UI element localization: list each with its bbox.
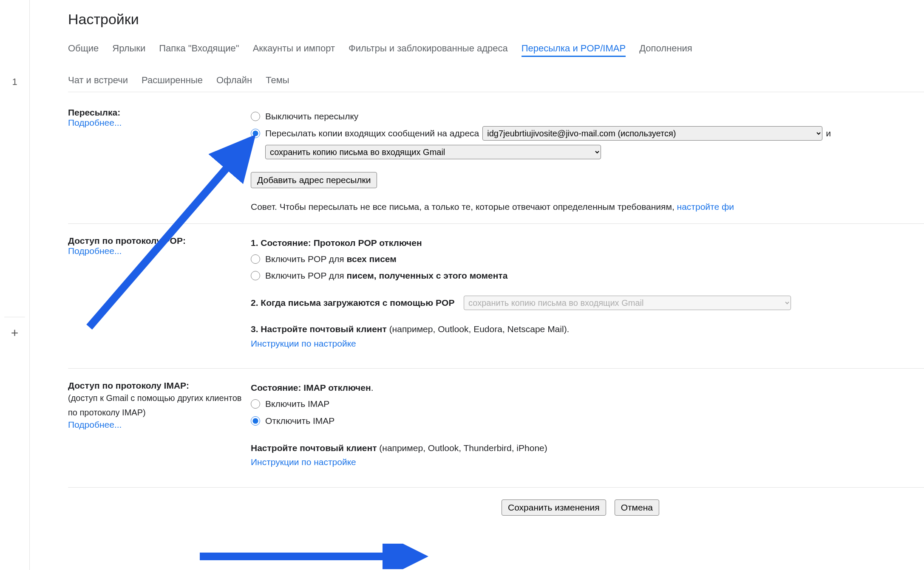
imap-enable-radio[interactable] [251,399,260,409]
pop-title: Доступ по протоколу POP: [68,236,251,246]
rail-number: 1 [0,76,29,87]
imap-enable-label: Включить IMAP [265,396,329,412]
section-pop: Доступ по протоколу POP: Подробнее... 1.… [68,224,924,369]
main: Настройки ОбщиеЯрлыкиПапка "Входящие"Акк… [30,0,924,570]
add-forwarding-address-button[interactable]: Добавить адрес пересылки [251,172,377,188]
tab-r2-1[interactable]: Расширенные [142,71,203,87]
pop-instructions-link[interactable]: Инструкции по настройке [251,339,356,348]
pop-enable-now-radio[interactable] [251,271,260,280]
pop-learn-more-link[interactable]: Подробнее... [68,246,122,256]
cancel-button[interactable]: Отмена [615,499,659,516]
left-rail: 1 + [0,0,30,570]
section-imap: Доступ по протоколу IMAP: (доступ к Gmai… [68,369,924,487]
imap-status-value: IMAP отключен [303,383,371,392]
pop-enable-all-label: Включить POP для всех писем [265,251,397,267]
forwarding-address-select[interactable]: idg7jeubrtiujivosite@jivo-mail.com (испо… [482,126,822,141]
bottom-buttons: Сохранить изменения Отмена [68,488,924,516]
forwarding-tip: Совет. Чтобы пересылать не все письма, а… [251,200,924,214]
tab-r1-1[interactable]: Ярлыки [112,39,145,57]
pop-step3-body: (например, Outlook, Eudora, Netscape Mai… [387,324,570,334]
tab-r1-3[interactable]: Аккаунты и импорт [253,39,335,57]
pop-enable-now-label: Включить POP для писем, полученных с это… [265,268,507,284]
pop-enable-all-radio[interactable] [251,254,260,264]
forwarding-learn-more-link[interactable]: Подробнее... [68,118,122,127]
imap-disable-label: Отключить IMAP [265,413,334,429]
pop-step1-value: Протокол POP отключен [314,238,422,248]
forwarding-and-text: и [826,125,831,141]
tab-r2-3[interactable]: Темы [266,71,289,87]
section-forwarding: Пересылка: Подробнее... Выключить пересы… [68,96,924,224]
forwarding-tip-link[interactable]: настройте фи [677,202,734,212]
imap-disable-radio[interactable] [251,416,260,426]
tab-r1-0[interactable]: Общие [68,39,99,57]
pop-step2-label: 2. Когда письма загружаются с помощью PO… [251,298,454,308]
forwarding-enable-radio[interactable] [251,129,260,138]
page-title: Настройки [68,0,924,39]
tab-r1-5[interactable]: Пересылка и POP/IMAP [522,39,626,57]
imap-client-label: Настройте почтовый клиент [251,443,377,453]
imap-learn-more-link[interactable]: Подробнее... [68,420,122,429]
imap-client-body: (например, Outlook, Thunderbird, iPhone) [377,443,547,453]
pop-step1-label: 1. Состояние: [251,238,314,248]
tab-r1-2[interactable]: Папка "Входящие" [159,39,239,57]
imap-instructions-link[interactable]: Инструкции по настройке [251,457,356,467]
imap-title: Доступ по протоколу IMAP: [68,381,251,391]
imap-subtitle: (доступ к Gmail с помощью других клиенто… [68,391,251,420]
forwarding-disable-label: Выключить пересылку [265,108,358,124]
forwarding-action-select[interactable]: сохранить копию письма во входящих Gmail [265,145,601,159]
save-button[interactable]: Сохранить изменения [502,499,606,516]
imap-status-label: Состояние: [251,383,303,392]
tab-r1-4[interactable]: Фильтры и заблокированные адреса [349,39,508,57]
pop-step3-label: 3. Настройте почтовый клиент [251,324,387,334]
pop-action-select: сохранить копию письма во входящих Gmail [464,296,791,310]
settings-tabs: ОбщиеЯрлыкиПапка "Входящие"Аккаунты и им… [68,39,924,92]
forwarding-enable-label: Пересылать копии входящих сообщений на а… [265,125,479,141]
forwarding-disable-radio[interactable] [251,112,260,121]
tab-r1-6[interactable]: Дополнения [639,39,692,57]
tab-r2-0[interactable]: Чат и встречи [68,71,128,87]
tab-r2-2[interactable]: Офлайн [216,71,252,87]
forwarding-title: Пересылка: [68,107,251,118]
rail-plus-icon[interactable]: + [4,317,25,340]
